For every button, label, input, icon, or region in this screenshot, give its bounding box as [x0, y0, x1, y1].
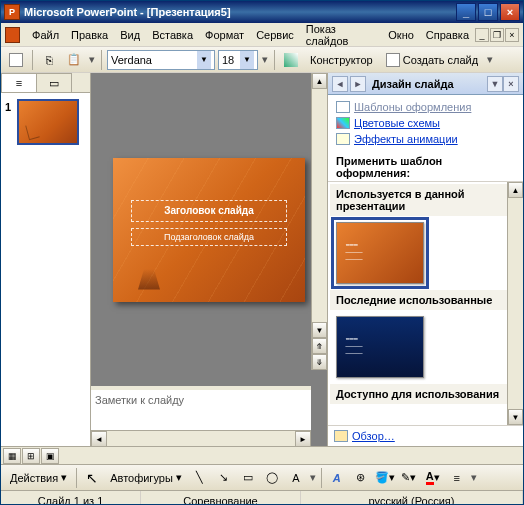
animation-icon	[336, 133, 350, 145]
normal-view-button[interactable]: ▦	[3, 448, 21, 464]
line-style[interactable]: ≡	[446, 467, 468, 489]
menu-format[interactable]: Формат	[199, 27, 250, 43]
rectangle-icon: ▭	[243, 471, 253, 484]
chevron-down-icon[interactable]: ▼	[240, 51, 254, 69]
template-scroll-down[interactable]: ▼	[508, 409, 523, 425]
autoshapes-menu[interactable]: Автофигуры ▾	[105, 467, 187, 489]
status-template: Соревнование	[141, 491, 301, 505]
textbox-tool[interactable]: A	[285, 467, 307, 489]
actions-menu[interactable]: Действия ▾	[5, 467, 72, 489]
copy-icon: ⎘	[46, 54, 53, 66]
copy-button[interactable]: ⎘	[38, 49, 60, 71]
line-color[interactable]: ✎▾	[398, 467, 420, 489]
editor-panel: Заголовок слайда Подзаголовок слайда ▲ ▼…	[91, 73, 327, 446]
link-templates[interactable]: Шаблоны оформления	[336, 101, 515, 113]
rectangle-tool[interactable]: ▭	[237, 467, 259, 489]
prev-slide-button[interactable]: ⤊	[312, 338, 327, 354]
menu-edit[interactable]: Правка	[65, 27, 114, 43]
next-slide-button[interactable]: ⤋	[312, 354, 327, 370]
toolbar-overflow-2[interactable]: ▾	[261, 53, 269, 66]
toolbar-overflow-3[interactable]: ▾	[486, 53, 494, 66]
title-placeholder[interactable]: Заголовок слайда	[131, 200, 287, 222]
standard-toolbar: ⎘ 📋 ▾ Verdana ▼ 18 ▼ ▾ Конструктор Созда…	[1, 47, 523, 73]
main-area: ≡ ▭ 1 Заголовок слайда Подзаголовок слай…	[1, 73, 523, 446]
notes-pane[interactable]: Заметки к слайду	[91, 386, 311, 430]
status-slide: Слайд 1 из 1	[1, 491, 141, 505]
horizontal-scrollbar[interactable]: ◄ ►	[91, 430, 311, 446]
menu-window[interactable]: Окно	[382, 27, 420, 43]
vertical-scrollbar[interactable]: ▲ ▼ ⤊ ⤋	[311, 73, 327, 370]
task-menu-button[interactable]: ▼	[487, 76, 503, 92]
outline-tab[interactable]: ≡	[1, 73, 37, 92]
slide[interactable]: Заголовок слайда Подзаголовок слайда	[113, 158, 305, 302]
paste-button[interactable]: 📋	[63, 49, 85, 71]
minimize-button[interactable]: _	[456, 3, 476, 21]
fill-color[interactable]: 🪣▾	[374, 467, 396, 489]
doc-minimize-button[interactable]: _	[475, 28, 489, 42]
font-combo[interactable]: Verdana ▼	[107, 50, 215, 70]
color-schemes-icon	[336, 117, 350, 129]
font-size-combo[interactable]: 18 ▼	[218, 50, 258, 70]
doc-icon[interactable]	[5, 27, 20, 43]
toolbar-overflow[interactable]: ▾	[88, 53, 96, 66]
select-tool[interactable]: ↖	[81, 467, 103, 489]
scroll-up-button[interactable]: ▲	[312, 73, 327, 89]
oval-tool[interactable]: ◯	[261, 467, 283, 489]
outline-icon: ≡	[16, 77, 22, 89]
draw-overflow-2[interactable]: ▾	[470, 471, 478, 484]
insert-wordart[interactable]: A	[326, 467, 348, 489]
scroll-right-button[interactable]: ►	[295, 431, 311, 447]
menu-view[interactable]: Вид	[114, 27, 146, 43]
new-document-button[interactable]	[5, 49, 27, 71]
template-scroll-up[interactable]: ▲	[508, 182, 523, 198]
link-color-schemes[interactable]: Цветовые схемы	[336, 117, 515, 129]
oval-icon: ◯	[266, 471, 278, 484]
scroll-down-button[interactable]: ▼	[312, 322, 327, 338]
close-button[interactable]: ×	[500, 3, 520, 21]
draw-overflow[interactable]: ▾	[309, 471, 317, 484]
template-scrollbar[interactable]: ▲ ▼	[507, 182, 523, 425]
browse-link[interactable]: Обзор…	[334, 430, 517, 442]
menu-help[interactable]: Справка	[420, 27, 475, 43]
textbox-icon: A	[292, 472, 299, 484]
sorter-view-button[interactable]: ⊞	[22, 448, 40, 464]
slideshow-view-button[interactable]: ▣	[41, 448, 59, 464]
font-name-value: Verdana	[111, 54, 152, 66]
window-title: Microsoft PowerPoint - [Презентация5]	[24, 6, 456, 18]
task-pane-footer: Обзор…	[328, 425, 523, 446]
designer-button[interactable]: Конструктор	[305, 49, 378, 71]
bucket-icon: 🪣	[375, 471, 389, 484]
line-tool[interactable]: ╲	[189, 467, 211, 489]
doc-close-button[interactable]: ×	[505, 28, 519, 42]
subtitle-placeholder[interactable]: Подзаголовок слайда	[131, 228, 287, 246]
insert-diagram[interactable]: ⊛	[350, 467, 372, 489]
status-language[interactable]: русский (Россия)	[301, 491, 523, 505]
menu-slideshow[interactable]: Показ слайдов	[300, 21, 382, 49]
menu-tools[interactable]: Сервис	[250, 27, 300, 43]
template-thumb-recent-1[interactable]: ━━━────────	[336, 316, 424, 378]
slides-tab[interactable]: ▭	[36, 73, 72, 92]
scroll-left-button[interactable]: ◄	[91, 431, 107, 447]
title-bar: P Microsoft PowerPoint - [Презентация5] …	[1, 1, 523, 23]
font-color[interactable]: A▾	[422, 467, 444, 489]
group-used-label: Используется в данной презентации	[330, 184, 521, 216]
maximize-button[interactable]: □	[478, 3, 498, 21]
thumbnail-list: 1	[1, 93, 90, 446]
slide-canvas[interactable]: Заголовок слайда Подзаголовок слайда	[91, 73, 327, 386]
thumbnail-panel: ≡ ▭ 1	[1, 73, 91, 446]
new-slide-button[interactable]: Создать слайд	[381, 49, 483, 71]
slide-thumbnail-1[interactable]	[17, 99, 79, 145]
menu-file[interactable]: Файл	[26, 27, 65, 43]
template-thumb-current[interactable]: ━━━────────	[336, 222, 424, 284]
view-buttons-bar: ▦ ⊞ ▣	[1, 446, 523, 464]
task-close-button[interactable]: ×	[503, 76, 519, 92]
chevron-down-icon[interactable]: ▼	[197, 51, 211, 69]
task-pane-header: ◄ ► Дизайн слайда ▼ ×	[328, 73, 523, 95]
slide-design-icon-button[interactable]	[280, 49, 302, 71]
task-back-button[interactable]: ◄	[332, 76, 348, 92]
menu-insert[interactable]: Вставка	[146, 27, 199, 43]
link-animation[interactable]: Эффекты анимации	[336, 133, 515, 145]
arrow-tool[interactable]: ↘	[213, 467, 235, 489]
doc-restore-button[interactable]: ❐	[490, 28, 504, 42]
task-forward-button[interactable]: ►	[350, 76, 366, 92]
